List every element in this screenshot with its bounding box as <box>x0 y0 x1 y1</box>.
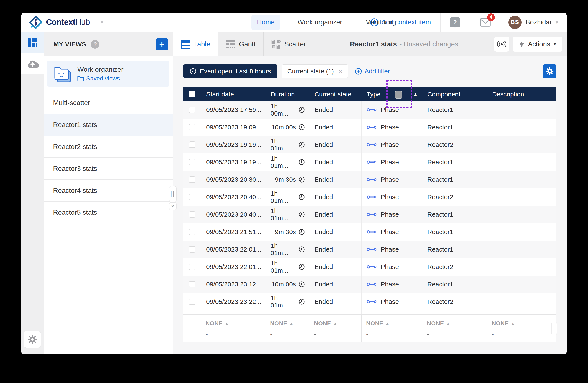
add-filter-button[interactable]: Add filter <box>355 67 390 75</box>
time-filter-chip[interactable]: Event open: Last 8 hours <box>183 64 277 78</box>
row-checkbox[interactable] <box>189 124 195 131</box>
phase-link-icon <box>367 282 377 287</box>
aggregation-selector[interactable]: NONE ▲ <box>270 320 309 327</box>
settings-button[interactable] <box>24 331 41 348</box>
sidebar-view-item[interactable]: Reactor3 stats <box>44 158 173 180</box>
sidebar-view-item[interactable]: Reactor5 stats <box>44 202 173 223</box>
row-checkbox[interactable] <box>189 176 195 183</box>
row-checkbox[interactable] <box>189 246 195 252</box>
table-row[interactable]: 09/05/2023 23:12... 10m 00s Ended Phase … <box>183 276 556 293</box>
table-header-cell[interactable]: Description <box>487 87 556 101</box>
sidebar-view-item[interactable]: Reactor1 stats <box>44 114 173 136</box>
table-header-cell[interactable]: Start date <box>201 87 265 101</box>
row-checkbox[interactable] <box>189 229 195 235</box>
brand-name: ContextHub <box>46 18 90 27</box>
table-settings-button[interactable] <box>543 64 556 78</box>
sidebar-resize-handle[interactable]: || <box>169 186 177 202</box>
table-row[interactable]: 09/05/2023 19:19... 1h 01m... Ended Phas… <box>183 136 556 153</box>
nav-item-work-organizer[interactable]: Work organizer <box>292 15 348 30</box>
brand[interactable]: ContextHub ▾ <box>29 16 103 29</box>
type-value: Phase <box>381 176 399 183</box>
row-checkbox[interactable] <box>189 281 195 287</box>
scatter-view-icon <box>271 39 281 49</box>
sidebar-help-icon[interactable]: ? <box>91 40 99 49</box>
row-checkbox[interactable] <box>189 194 195 200</box>
table-header-cell[interactable]: Type▲ <box>361 87 422 101</box>
state-filter-chip[interactable]: Current state (1) × <box>282 64 348 78</box>
cell-duration: 1h 01m... <box>265 293 309 310</box>
nav-item-home[interactable]: Home <box>252 15 280 30</box>
avatar[interactable]: BS <box>508 16 522 29</box>
row-checkbox[interactable] <box>189 264 195 270</box>
table-header-checkbox-cell <box>183 87 201 101</box>
aggregation-selector[interactable]: NONE ▲ <box>492 320 556 327</box>
table-row[interactable]: 09/05/2023 20:40... 1h 01m... Ended Phas… <box>183 206 556 223</box>
sidebar-view-item[interactable]: Multi-scatter <box>44 92 173 114</box>
sidebar-view-item[interactable]: Reactor2 stats <box>44 136 173 158</box>
aggregation-caret-icon: ▲ <box>385 321 389 326</box>
rail-upload-button[interactable] <box>21 53 44 75</box>
phase-link-icon <box>367 230 377 234</box>
table-row[interactable]: 09/05/2023 20:30... 9m 30s Ended Phase R… <box>183 171 556 188</box>
table-header-cell[interactable]: Duration <box>265 87 309 101</box>
aggregation-selector[interactable]: NONE ▲ <box>314 320 361 327</box>
work-organizer-card[interactable]: Work organizer Saved views <box>47 61 169 87</box>
clock-icon <box>298 229 305 235</box>
table-row[interactable]: 09/05/2023 20:40... 1h 01m... Ended Phas… <box>183 188 556 206</box>
broadcast-button[interactable] <box>494 37 509 52</box>
row-checkbox[interactable] <box>189 141 195 148</box>
cell-duration: 1h 01m... <box>265 258 309 276</box>
notifications-button[interactable]: 4 <box>480 18 491 27</box>
select-all-checkbox[interactable] <box>189 91 195 97</box>
cell-duration: 1h 01m... <box>265 136 309 153</box>
sidebar-collapse-button[interactable]: × <box>169 202 177 210</box>
cell-start-date: 09/05/2023 23:22... <box>201 293 265 310</box>
row-checkbox[interactable] <box>189 107 195 113</box>
cell-current-state: Ended <box>309 188 361 206</box>
row-checkbox-cell <box>183 101 201 118</box>
remove-filter-icon[interactable]: × <box>338 68 342 75</box>
user-name[interactable]: Bozhidar <box>526 19 552 26</box>
sort-ascending-icon[interactable]: ▲ <box>413 92 418 96</box>
cell-description <box>487 118 556 136</box>
cell-type: Phase <box>361 188 422 206</box>
nav-item-monitoring[interactable]: Monitoring <box>360 15 401 30</box>
aggregation-selector[interactable]: NONE ▲ <box>427 320 487 327</box>
brand-caret-icon[interactable]: ▾ <box>101 19 103 25</box>
footer-aggregation-cell: NONE ▲ - <box>265 315 309 342</box>
row-checkbox[interactable] <box>189 211 195 218</box>
table-header-row: Start dateDurationCurrent stateType▲Comp… <box>183 87 556 101</box>
aggregation-selector[interactable]: NONE ▲ <box>206 320 265 327</box>
sidebar-view-item[interactable]: Reactor4 stats <box>44 180 173 202</box>
row-checkbox[interactable] <box>189 299 195 305</box>
tab-table[interactable]: Table <box>173 32 218 56</box>
cell-current-state: Ended <box>309 118 361 136</box>
table-row[interactable]: 09/05/2023 19:09... 10m 00s Ended Phase … <box>183 118 556 136</box>
cell-current-state: Ended <box>309 223 361 241</box>
footer-aggregation-cell: NONE ▲ - <box>361 315 422 342</box>
table-row[interactable]: 09/05/2023 22:01... 1h 01m... Ended Phas… <box>183 258 556 276</box>
duration-value: 10m 00s <box>272 124 296 131</box>
table-header-cell[interactable]: Current state <box>309 87 361 101</box>
table-row[interactable]: 09/05/2023 17:59... 1h 00m... Ended Phas… <box>183 101 556 118</box>
rail-views-button[interactable] <box>21 32 44 53</box>
table-row[interactable]: 09/05/2023 22:01... 1h 01m... Ended Phas… <box>183 241 556 258</box>
plus-circle-icon <box>355 67 362 75</box>
cell-description <box>487 171 556 188</box>
cell-current-state: Ended <box>309 276 361 293</box>
table-row[interactable]: 09/05/2023 21:51... 9m 30s Ended Phase R… <box>183 223 556 241</box>
saved-views-link[interactable]: Saved views <box>77 75 123 82</box>
table-row[interactable]: 09/05/2023 19:19... 1h 01m... Ended Phas… <box>183 153 556 171</box>
tab-gantt[interactable]: Gantt <box>218 32 264 56</box>
row-checkbox[interactable] <box>189 159 195 165</box>
tab-scatter[interactable]: Scatter <box>264 32 314 56</box>
user-menu-caret-icon[interactable]: ▾ <box>556 19 558 25</box>
help-button[interactable]: ? <box>450 17 460 27</box>
cell-description <box>487 136 556 153</box>
horizontal-scroll-handle[interactable] <box>551 322 557 335</box>
aggregation-selector[interactable]: NONE ▲ <box>366 320 422 327</box>
actions-button[interactable]: Actions ▾ <box>513 37 563 52</box>
add-view-button[interactable]: + <box>156 38 168 50</box>
table-header-cell[interactable]: Component <box>422 87 487 101</box>
table-row[interactable]: 09/05/2023 23:22... 1h 01m... Ended Phas… <box>183 293 556 310</box>
